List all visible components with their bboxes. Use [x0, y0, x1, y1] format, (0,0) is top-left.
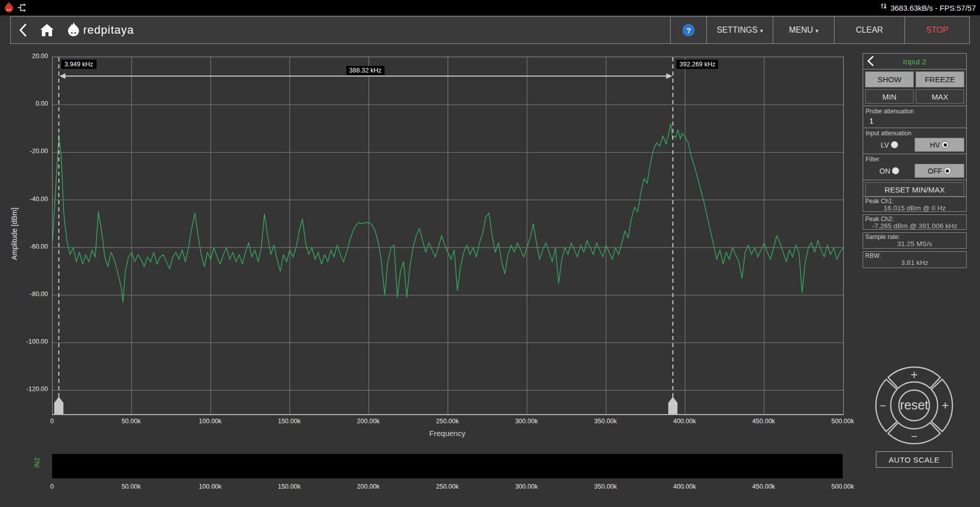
y-tick: -60.00: [7, 243, 48, 250]
sample-rate-value: 31.25 MS/s: [863, 240, 966, 249]
cursor-handle-2[interactable]: [668, 397, 677, 414]
panel-title-bar: Input 2: [863, 54, 966, 69]
x-tick: 250.00k: [436, 418, 458, 425]
stop-label: STOP: [926, 26, 948, 35]
y-tick: -40.00: [7, 196, 48, 203]
redpitaya-logo[interactable]: redpitaya: [67, 22, 134, 38]
network-status: 3683.63kB/s - FPS:57/57: [881, 3, 976, 12]
x-tick: 300.00k: [515, 418, 537, 425]
peak-ch2-value: -7.265 dBm @ 391.006 kHz: [863, 222, 966, 231]
peak-ch2-label: Peak Ch2:: [863, 215, 966, 223]
sample-rate-box: Sample rate: 31.25 MS/s: [863, 232, 967, 249]
clear-label: CLEAR: [856, 26, 883, 35]
probe-attenuation-label: Probe attenuation: [863, 107, 966, 115]
arrowhead-right-icon: [666, 74, 672, 79]
peak-ch1-box: Peak Ch1: 16.015 dBm @ 0 Hz: [863, 197, 967, 212]
radio-icon: [944, 167, 951, 175]
zoom-pan-pad: + − − + reset: [863, 354, 965, 456]
rbw-label: RBW:: [863, 252, 966, 259]
pad-minus-left-label: −: [880, 399, 887, 412]
help-button[interactable]: ?: [670, 17, 706, 43]
radio-icon: [891, 141, 898, 149]
auto-scale-button[interactable]: AUTO SCALE: [876, 451, 952, 468]
chevron-down-icon: ▾: [816, 28, 819, 34]
probe-attenuation-section: Probe attenuation 1: [863, 106, 966, 128]
menu-label: MENU: [789, 26, 813, 35]
x-tick: 150.00k: [278, 483, 300, 490]
stop-button[interactable]: STOP: [904, 17, 969, 43]
x-tick: 450.00k: [752, 418, 775, 425]
pad-minus-down-label: −: [911, 430, 918, 443]
y-tick: -120.00: [7, 385, 48, 393]
peak-ch2-box: Peak Ch2: -7.265 dBm @ 391.006 kHz: [863, 214, 967, 230]
arrowhead-left-icon: [59, 74, 65, 79]
filter-on-option[interactable]: ON: [865, 164, 914, 178]
back-button[interactable]: [19, 23, 27, 37]
cursor-handle-1[interactable]: [54, 397, 63, 414]
y-tick: -100.00: [7, 338, 48, 345]
menu-button[interactable]: MENU ▾: [773, 17, 834, 43]
off-label: OFF: [928, 167, 942, 175]
clear-button[interactable]: CLEAR: [834, 17, 904, 43]
sample-rate-label: Sample rate:: [863, 233, 966, 240]
y-tick: 0.00: [7, 100, 48, 107]
radio-icon: [941, 141, 949, 149]
frequency-range-minimap[interactable]: [52, 454, 843, 478]
home-button[interactable]: [40, 24, 54, 36]
os-titlebar: 3683.63kB/s - FPS:57/57: [0, 0, 980, 15]
filter-off-option[interactable]: OFF: [915, 164, 964, 178]
x-tick: 250.00k: [436, 483, 458, 490]
filter-section: Filter ON OFF: [863, 154, 966, 180]
pad-plus-up-label: +: [911, 368, 918, 381]
min-button[interactable]: MIN: [865, 89, 914, 104]
x-tick: 50.00k: [121, 418, 141, 425]
pad-left-button[interactable]: [876, 379, 897, 431]
x-tick: 200.00k: [357, 483, 379, 490]
x-tick: 200.00k: [357, 418, 379, 425]
settings-menu-button[interactable]: SETTINGS ▾: [706, 17, 773, 43]
x-tick: 350.00k: [594, 418, 617, 425]
x-tick: 400.00k: [673, 483, 696, 490]
x-tick: 100.00k: [199, 418, 222, 425]
spectrum-plot[interactable]: [52, 57, 844, 415]
network-status-text: 3683.63kB/s - FPS:57/57: [890, 4, 976, 12]
probe-attenuation-input[interactable]: 1: [863, 115, 966, 126]
reset-minmax-button[interactable]: RESET MIN/MAX: [865, 182, 964, 197]
panel-back-button[interactable]: [867, 56, 874, 68]
show-button[interactable]: SHOW: [865, 71, 914, 87]
rbw-box: RBW: 3.81 kHz: [863, 251, 967, 268]
x-tick: 500.00k: [831, 418, 854, 425]
input2-settings-panel: Input 2 SHOW FREEZE MIN MAX Probe attenu…: [863, 53, 967, 199]
updown-arrows-icon: [881, 3, 888, 12]
x-tick: 0: [51, 418, 54, 425]
x-tick: 500.00k: [831, 483, 854, 490]
filter-label: Filter: [863, 155, 966, 163]
pad-plus-right-label: +: [942, 398, 949, 412]
x-tick: 300.00k: [515, 483, 537, 490]
cursor2-frequency-tag[interactable]: 392.269 kHz: [676, 60, 718, 69]
y-tick: -20.00: [7, 148, 48, 155]
peak-ch1-label: Peak Ch1:: [863, 197, 966, 205]
redpitaya-flame-icon: [4, 2, 14, 14]
x-tick: 400.00k: [673, 418, 696, 425]
input-attenuation-hv-option[interactable]: HV: [915, 138, 964, 152]
x-tick: 150.00k: [278, 418, 300, 425]
x-tick: 0: [51, 483, 54, 490]
input-attenuation-lv-option[interactable]: LV: [865, 138, 914, 152]
workflow-branch-icon: [16, 2, 30, 14]
x-tick: 100.00k: [199, 483, 222, 490]
x-tick: 450.00k: [752, 483, 775, 490]
minimap-channel-label: IN2: [33, 457, 41, 468]
x-axis-title: Frequency: [52, 429, 843, 438]
max-button[interactable]: MAX: [916, 89, 964, 104]
help-icon: ?: [682, 24, 695, 36]
pad-reset-label: reset: [900, 398, 928, 412]
x-tick: 50.00k: [121, 483, 141, 490]
radio-icon: [892, 167, 899, 175]
brand-text: redpitaya: [83, 23, 134, 37]
cursor1-frequency-tag[interactable]: 3.949 kHz: [61, 60, 96, 69]
lv-label: LV: [880, 141, 889, 149]
freeze-button[interactable]: FREEZE: [916, 71, 964, 87]
app-navbar: redpitaya ? SETTINGS ▾ MENU ▾ CLEAR STOP: [10, 16, 970, 44]
x-tick: 350.00k: [594, 483, 617, 490]
